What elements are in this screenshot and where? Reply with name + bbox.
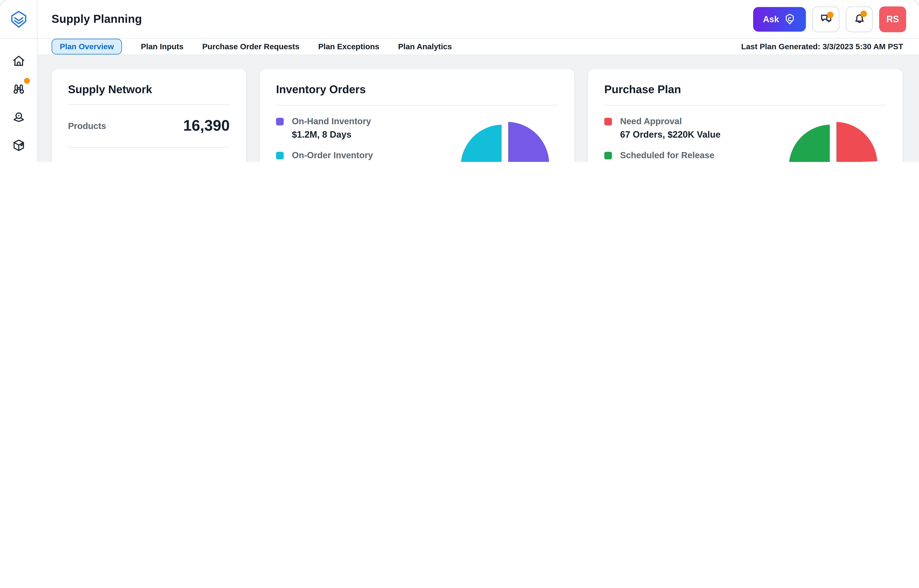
tabs: Plan OverviewPlan InputsPurchase Order R… — [52, 39, 452, 54]
sidebar-item-home[interactable] — [5, 48, 31, 74]
divider — [276, 105, 558, 105]
legend-swatch — [276, 152, 284, 159]
legend-item-on-hand-inventory: On-Hand Inventory$1.2M, 8 Days — [276, 116, 450, 140]
legend-swatch — [604, 118, 612, 125]
ask-logo-icon — [784, 13, 796, 25]
app-window: Supply Planning Ask — [0, 0, 919, 162]
ask-button[interactable]: Ask — [753, 7, 806, 31]
notifications-button[interactable] — [846, 6, 873, 32]
metric-value: 16,390 — [183, 117, 230, 135]
legend-swatch — [276, 118, 284, 125]
metric-row-sites: Sites5 — [68, 147, 230, 162]
purchase-plan-card: Purchase Plan Need Approval67 Orders, $2… — [588, 69, 903, 162]
avatar[interactable]: RS — [879, 6, 906, 32]
legend-label: On-Hand Inventory — [292, 116, 371, 126]
legend-label: Need Approval — [620, 116, 721, 126]
header-actions: Ask — [753, 6, 919, 32]
supply-network-card: Supply Network Products16,390Sites5Suppl… — [52, 69, 246, 162]
supply-chain-logo-icon[interactable] — [0, 0, 37, 39]
main-area: Plan OverviewPlan InputsPurchase Order R… — [37, 39, 919, 162]
pie-slice-need-approval — [835, 121, 879, 162]
sidebar-item-binoculars[interactable] — [5, 76, 31, 102]
tab-bar: Plan OverviewPlan InputsPurchase Order R… — [37, 39, 919, 55]
tab-plan-inputs[interactable]: Plan Inputs — [141, 42, 183, 51]
tab-purchase-order-requests[interactable]: Purchase Order Requests — [202, 42, 299, 51]
sidebar-item-list-card[interactable] — [5, 161, 31, 162]
card-title: Purchase Plan — [604, 83, 886, 96]
ask-button-label: Ask — [763, 14, 779, 24]
legend-label: Scheduled for Release — [620, 150, 724, 160]
divider — [604, 105, 886, 105]
legend-label: On-Order Inventory — [292, 150, 373, 160]
app-header: Supply Planning Ask — [0, 0, 919, 39]
legend-item-scheduled-for-release: Scheduled for Release223 Orders, $930k V… — [604, 150, 778, 162]
tab-plan-analytics[interactable]: Plan Analytics — [398, 42, 452, 51]
sidebar-items — [5, 48, 31, 162]
feedback-button[interactable] — [812, 6, 840, 32]
page-title: Supply Planning — [52, 12, 142, 26]
inventory-orders-card: Inventory Orders On-Hand Inventory$1.2M,… — [260, 69, 574, 162]
cards-row-1: Supply Network Products16,390Sites5Suppl… — [52, 69, 903, 162]
purchase-plan-legend: Need Approval67 Orders, $220K ValueSched… — [604, 116, 778, 162]
legend-swatch — [604, 152, 612, 159]
sidebar — [0, 39, 37, 162]
inventory-pie-chart — [450, 117, 558, 162]
content: Supply Network Products16,390Sites5Suppl… — [37, 55, 919, 162]
last-plan-generated: Last Plan Generated: 3/3/2023 5:30 AM PS… — [741, 42, 903, 51]
card-title: Supply Network — [68, 83, 230, 96]
legend-item-need-approval: Need Approval67 Orders, $220K Value — [604, 116, 778, 140]
metric-value: 5 — [221, 159, 230, 162]
legend-item-on-order-inventory: On-Order Inventory$2.3M, 14 Days — [276, 150, 450, 162]
metric-row-products: Products16,390 — [68, 104, 230, 147]
card-title: Inventory Orders — [276, 83, 558, 96]
inventory-legend: On-Hand Inventory$1.2M, 8 DaysOn-Order I… — [276, 116, 450, 162]
notification-dot — [860, 10, 867, 17]
pie-slice-on-hand-inventory — [507, 121, 550, 162]
tab-plan-exceptions[interactable]: Plan Exceptions — [318, 42, 380, 51]
tab-plan-overview[interactable]: Plan Overview — [52, 39, 122, 54]
sidebar-item-map-pin[interactable] — [5, 104, 31, 130]
supply-network-rows: Products16,390Sites5Suppliers432 — [68, 104, 230, 162]
legend-value: $1.2M, 8 Days — [292, 129, 371, 140]
sidebar-item-package[interactable] — [5, 132, 31, 158]
metric-label: Products — [68, 121, 106, 131]
purchase-plan-pie-chart — [778, 117, 886, 162]
legend-value: 67 Orders, $220K Value — [620, 129, 721, 140]
